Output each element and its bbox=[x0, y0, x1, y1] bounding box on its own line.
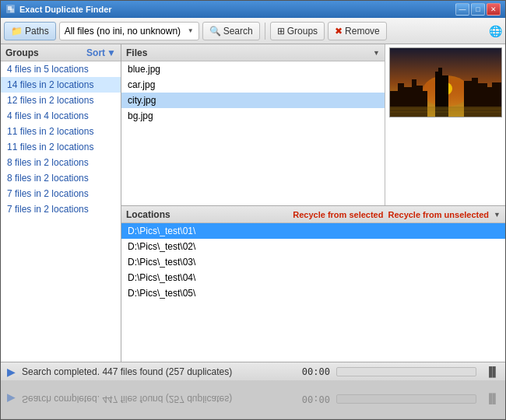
paths-label: Paths bbox=[25, 26, 49, 37]
remove-label: Remove bbox=[345, 26, 380, 37]
filter-value: All files (no ini, no unknown) bbox=[65, 26, 181, 37]
locations-header-label: Locations bbox=[126, 209, 170, 220]
recycle-selected-button[interactable]: Recycle from selected bbox=[293, 210, 383, 219]
globe-icon[interactable]: 🌐 bbox=[489, 25, 502, 37]
list-item[interactable]: 14 files in 2 locations bbox=[1, 77, 121, 93]
list-item[interactable]: 8 files in 2 locations bbox=[1, 155, 121, 170]
cityscape-svg bbox=[390, 48, 502, 117]
list-item[interactable]: D:\Pics\_test\04\ bbox=[121, 270, 505, 285]
paths-button[interactable]: 📁 Paths bbox=[4, 22, 56, 40]
groups-header-label: Groups bbox=[5, 47, 39, 58]
list-item[interactable]: 11 files in 2 locations bbox=[1, 124, 121, 139]
list-item[interactable]: D:\Pics\_test\03\ bbox=[121, 254, 505, 270]
paths-icon: 📁 bbox=[11, 26, 23, 37]
search-icon: 🔍 bbox=[209, 26, 221, 37]
title-bar: Exact Duplicate Finder — □ ✕ bbox=[1, 1, 505, 18]
remove-icon: ✖ bbox=[335, 26, 343, 37]
locations-header: Locations Recycle from selected Recycle … bbox=[121, 206, 505, 223]
sort-label: Sort bbox=[86, 47, 105, 58]
list-item[interactable]: D:\Pics\_test\05\ bbox=[121, 285, 505, 301]
groups-button[interactable]: ⊞ Groups bbox=[270, 22, 325, 40]
reflection-progress bbox=[336, 395, 476, 404]
dropdown-arrow-icon: ▼ bbox=[188, 27, 194, 34]
window-title: Exact Duplicate Finder bbox=[19, 5, 455, 14]
main-content: Groups Sort ▼ 4 files in 5 locations 14 … bbox=[1, 44, 505, 362]
reflection-text: Search completed. 447 files found (257 d… bbox=[22, 394, 296, 405]
reflection-bar: ▶ Search completed. 447 files found (257… bbox=[1, 380, 505, 419]
list-item[interactable]: 4 files in 5 locations bbox=[1, 61, 121, 77]
recycle-unselected-button[interactable]: Recycle from unselected bbox=[388, 210, 489, 219]
svg-rect-2 bbox=[10, 9, 14, 12]
remove-button[interactable]: ✖ Remove bbox=[328, 22, 387, 40]
toolbar-separator bbox=[265, 23, 265, 40]
locations-arrow-icon: ▼ bbox=[494, 211, 501, 219]
minimize-button[interactable]: — bbox=[455, 3, 469, 16]
locations-actions: Recycle from selected Recycle from unsel… bbox=[293, 210, 501, 219]
list-item[interactable]: 11 files in 2 locations bbox=[1, 139, 121, 155]
groups-panel: Groups Sort ▼ 4 files in 5 locations 14 … bbox=[1, 44, 121, 362]
files-header: Files ▼ bbox=[121, 44, 385, 61]
file-list: blue.jpg car.jpg city.jpg bg.jpg bbox=[121, 61, 385, 205]
locations-list: D:\Pics\_test\01\ D:\Pics\_test\02\ D:\P… bbox=[121, 223, 505, 362]
status-arrow-icon: ▶ bbox=[7, 366, 16, 378]
files-sort-icon: ▼ bbox=[373, 49, 380, 57]
reflection-time: 00:00 bbox=[302, 394, 330, 405]
progress-bar bbox=[336, 367, 476, 376]
sort-arrow-icon: ▼ bbox=[107, 47, 116, 58]
list-item[interactable]: city.jpg bbox=[121, 93, 385, 108]
chart-icon: ▐▌ bbox=[486, 366, 499, 377]
search-label: Search bbox=[223, 26, 253, 37]
reflection-arrow-icon: ▶ bbox=[7, 394, 16, 406]
locations-panel: Locations Recycle from selected Recycle … bbox=[121, 206, 505, 362]
list-item[interactable]: D:\Pics\_test\02\ bbox=[121, 239, 505, 254]
list-item[interactable]: 8 files in 2 locations bbox=[1, 170, 121, 186]
maximize-button[interactable]: □ bbox=[471, 3, 485, 16]
sort-button[interactable]: Sort ▼ bbox=[86, 47, 116, 58]
reflection-chart-icon: ▐▌ bbox=[486, 394, 499, 405]
right-panel: Files ▼ blue.jpg car.jpg city.jpg bg.jpg bbox=[121, 44, 505, 362]
list-item[interactable]: 12 files in 2 locations bbox=[1, 93, 121, 108]
files-header-label: Files bbox=[126, 47, 147, 58]
main-window: Exact Duplicate Finder — □ ✕ 📁 Paths All… bbox=[0, 0, 506, 420]
list-item[interactable]: D:\Pics\_test\01\ bbox=[121, 223, 505, 239]
list-item[interactable]: 7 files in 2 locations bbox=[1, 186, 121, 201]
files-list-area: Files ▼ blue.jpg car.jpg city.jpg bg.jpg bbox=[121, 44, 385, 205]
toolbar: 📁 Paths All files (no ini, no unknown) ▼… bbox=[1, 18, 505, 44]
groups-label: Groups bbox=[287, 26, 318, 37]
group-list: 4 files in 5 locations 14 files in 2 loc… bbox=[1, 61, 121, 362]
files-panel: Files ▼ blue.jpg car.jpg city.jpg bg.jpg bbox=[121, 44, 505, 206]
list-item[interactable]: 7 files in 2 locations bbox=[1, 201, 121, 217]
search-button[interactable]: 🔍 Search bbox=[202, 22, 260, 40]
groups-header: Groups Sort ▼ bbox=[1, 44, 121, 61]
list-item[interactable]: 4 files in 4 locations bbox=[1, 108, 121, 124]
list-item[interactable]: car.jpg bbox=[121, 77, 385, 93]
status-text: Search completed. 447 files found (257 d… bbox=[22, 366, 296, 377]
preview-area bbox=[385, 44, 505, 205]
status-bar: ▶ Search completed. 447 files found (257… bbox=[1, 362, 505, 380]
close-button[interactable]: ✕ bbox=[487, 3, 501, 16]
list-item[interactable]: blue.jpg bbox=[121, 61, 385, 77]
filter-dropdown[interactable]: All files (no ini, no unknown) ▼ bbox=[59, 22, 199, 40]
list-item[interactable]: bg.jpg bbox=[121, 108, 385, 124]
status-time: 00:00 bbox=[302, 366, 330, 377]
preview-image bbox=[389, 47, 502, 117]
window-controls: — □ ✕ bbox=[455, 3, 501, 16]
groups-icon: ⊞ bbox=[277, 26, 285, 37]
app-icon bbox=[5, 4, 16, 15]
